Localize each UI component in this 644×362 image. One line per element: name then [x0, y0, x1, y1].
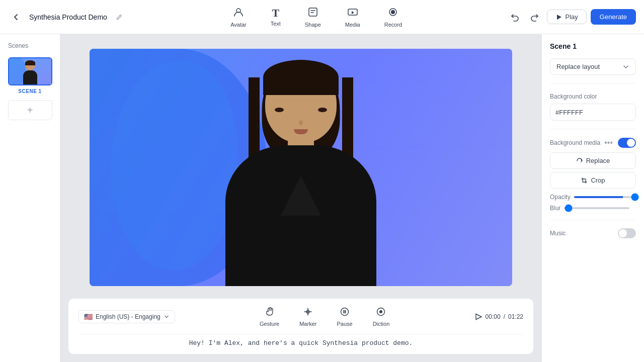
crop-button[interactable]: Crop	[550, 172, 636, 189]
crop-icon	[581, 177, 588, 184]
add-scene-button[interactable]: +	[8, 100, 52, 120]
avatar-icon	[233, 7, 244, 20]
blur-section: Blur 0 %	[550, 205, 636, 212]
play-time-button[interactable]	[474, 313, 482, 321]
gesture-label: Gesture	[260, 321, 279, 327]
play-label: Play	[566, 13, 578, 21]
generate-button[interactable]: Generate	[591, 9, 636, 25]
canvas-area: 🇺🇸 English (US) - Engaging Gesture	[60, 34, 541, 362]
color-input-row	[550, 104, 636, 121]
record-tool-label: Record	[384, 22, 402, 28]
svg-rect-1	[309, 8, 317, 16]
music-label: Music	[550, 230, 566, 237]
replace-label: Replace	[586, 157, 610, 164]
bg-media-more-button[interactable]: •••	[602, 137, 615, 148]
time-current: 00:00	[486, 313, 501, 320]
text-icon: T	[272, 8, 280, 19]
script-tools: Gesture Marker	[175, 305, 474, 329]
bg-media-label: Background media	[550, 139, 600, 146]
opacity-slider[interactable]	[574, 196, 639, 198]
avatar-tool-button[interactable]: Avatar	[226, 4, 251, 31]
replace-layout-label: Replace layout	[556, 63, 600, 70]
language-chevron-icon	[164, 314, 170, 320]
svg-point-6	[341, 308, 349, 316]
crop-label: Crop	[591, 176, 605, 184]
divider-1	[550, 83, 636, 83]
svg-rect-7	[344, 310, 345, 314]
bg-media-row: Background media •••	[550, 137, 636, 148]
bg-color-section: Background color	[550, 92, 636, 121]
play-time-icon	[474, 313, 482, 321]
play-time: 00:00 / 01:22	[474, 313, 523, 321]
language-select[interactable]: 🇺🇸 English (US) - Engaging	[78, 310, 175, 323]
scene-1-thumbnail[interactable]	[8, 57, 52, 85]
shape-tool-label: Shape	[305, 22, 321, 28]
time-separator: /	[504, 313, 505, 320]
replace-button[interactable]: Replace	[550, 152, 636, 169]
topbar: Synthesia Product Demo Avatar T Text	[0, 0, 644, 34]
script-bar: 🇺🇸 English (US) - Engaging Gesture	[68, 299, 533, 354]
marker-button[interactable]: Marker	[295, 305, 320, 329]
topbar-right: Play Generate	[507, 9, 636, 25]
script-toolbar: 🇺🇸 English (US) - Engaging Gesture	[78, 305, 523, 334]
color-hex-input[interactable]	[550, 105, 636, 120]
blur-value-group: 0 %	[633, 205, 644, 212]
edit-title-button[interactable]	[112, 10, 126, 24]
undo-button[interactable]	[507, 9, 523, 25]
diction-button[interactable]: Diction	[369, 305, 394, 329]
shape-icon	[307, 7, 318, 20]
script-text[interactable]: Hey! I'm Alex, and here's a quick Synthe…	[78, 334, 523, 347]
panel-title: Scene 1	[550, 42, 636, 50]
pause-button[interactable]: Pause	[333, 305, 356, 329]
opacity-row: Opacity 100 %	[550, 194, 636, 201]
marker-label: Marker	[299, 321, 316, 327]
project-title: Synthesia Product Demo	[29, 13, 107, 21]
replace-layout-dropdown[interactable]: Replace layout	[550, 58, 636, 75]
blur-slider[interactable]	[565, 207, 629, 209]
music-section: Music	[550, 228, 636, 238]
record-tool-button[interactable]: Record	[380, 4, 406, 31]
gesture-button[interactable]: Gesture	[256, 305, 283, 329]
divider-2	[550, 129, 636, 129]
gesture-icon	[265, 307, 275, 319]
add-scene-icon: +	[27, 105, 33, 116]
right-panel: Scene 1 Replace layout Background color	[541, 34, 644, 362]
redo-button[interactable]	[527, 9, 543, 25]
marker-icon	[303, 307, 313, 319]
scene-1-label: SCENE 1	[18, 88, 41, 94]
shape-tool-button[interactable]: Shape	[301, 4, 325, 31]
svg-point-10	[379, 310, 382, 313]
time-total: 01:22	[508, 313, 523, 320]
music-toggle[interactable]	[618, 228, 636, 238]
topbar-center: Avatar T Text Shape Media	[130, 4, 503, 31]
bg-media-toggle[interactable]	[618, 138, 636, 148]
divider-3	[550, 220, 636, 220]
replace-icon	[576, 157, 583, 164]
bg-media-section: Background media ••• Replace	[550, 137, 636, 212]
sidebar: Scenes SCENE 1 +	[0, 34, 60, 362]
opacity-section: Opacity 100 %	[550, 194, 636, 201]
pause-icon	[340, 307, 350, 319]
diction-label: Diction	[373, 321, 390, 327]
avatar-tool-label: Avatar	[230, 22, 247, 28]
canvas-wrapper	[68, 42, 533, 293]
main-content: Scenes SCENE 1 +	[0, 34, 644, 362]
text-tool-button[interactable]: T Text	[267, 5, 285, 30]
media-icon	[347, 7, 358, 20]
canvas-preview	[90, 49, 512, 286]
opacity-label: Opacity	[550, 194, 570, 201]
record-icon	[387, 7, 398, 20]
blur-value: 0	[633, 205, 644, 212]
svg-point-4	[391, 10, 395, 14]
media-tool-label: Media	[345, 22, 360, 28]
diction-icon	[376, 307, 386, 319]
generate-label: Generate	[600, 13, 627, 21]
bg-color-label: Background color	[550, 93, 597, 100]
pause-label: Pause	[337, 321, 352, 327]
scenes-label: Scenes	[4, 42, 28, 49]
media-tool-button[interactable]: Media	[341, 4, 364, 31]
blur-label: Blur	[550, 205, 560, 212]
play-button[interactable]: Play	[547, 10, 587, 24]
back-button[interactable]	[8, 9, 24, 25]
topbar-left: Synthesia Product Demo	[8, 9, 126, 25]
